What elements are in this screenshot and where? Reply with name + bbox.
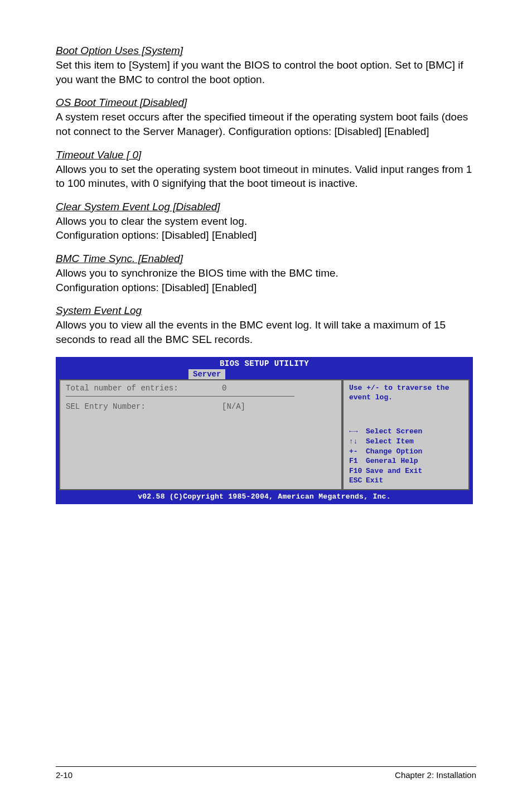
bios-left-panel: Total number of entries: 0 SEL Entry Num…	[59, 379, 342, 490]
section-body: A system reset occurs after the specifie…	[56, 110, 476, 138]
key-desc: Select Item	[366, 437, 414, 446]
key-f10: F10	[349, 466, 366, 476]
section-title: OS Boot Timeout [Disabled]	[56, 96, 476, 109]
bios-outer: BIOS SETUP UTILITY Server Total number o…	[56, 357, 473, 504]
bios-footer: v02.58 (C)Copyright 1985-2004, American …	[59, 490, 470, 501]
section-title: Clear System Event Log [Disabled]	[56, 201, 476, 213]
key-desc: Save and Exit	[366, 467, 422, 475]
key-esc: ESC	[349, 476, 366, 486]
page-number: 2-10	[56, 770, 72, 780]
page-footer: 2-10 Chapter 2: Installation	[56, 766, 476, 780]
section-system-event-log: System Event Log Allows you to view all …	[56, 305, 476, 346]
key-desc: Exit	[366, 476, 383, 485]
key-f1: F1	[349, 456, 366, 466]
section-title: Boot Option Uses [System]	[56, 45, 476, 57]
section-os-boot-timeout: OS Boot Timeout [Disabled] A system rese…	[56, 96, 476, 138]
section-body: Allows you to clear the system event log…	[56, 214, 476, 243]
total-entries-value: 0	[222, 384, 226, 393]
total-entries-label: Total number of entries:	[66, 384, 211, 393]
bios-panels: Total number of entries: 0 SEL Entry Num…	[59, 379, 470, 490]
key-arrows-lr-icon: ←→	[349, 427, 366, 437]
divider	[66, 396, 294, 397]
key-desc: General Help	[366, 457, 418, 465]
section-body: Set this item to [System] if you want th…	[56, 58, 476, 86]
bios-title: BIOS SETUP UTILITY	[59, 359, 470, 369]
bios-screenshot: BIOS SETUP UTILITY Server Total number o…	[56, 357, 473, 504]
key-plus-minus: +-	[349, 447, 366, 457]
sel-entry-value[interactable]: [N/A]	[222, 402, 245, 411]
section-bmc-time-sync: BMC Time Sync. [Enabled] Allows you to s…	[56, 253, 476, 294]
bios-tab-server[interactable]: Server	[188, 369, 225, 379]
key-arrows-ud-icon: ↑↓	[349, 437, 366, 447]
bios-tab-spacer-right	[225, 369, 470, 379]
key-desc: Change Option	[366, 447, 422, 456]
bios-right-panel: Use +/- to traverse the event log. ←→Sel…	[342, 379, 470, 490]
section-title: BMC Time Sync. [Enabled]	[56, 253, 476, 265]
section-timeout-value: Timeout Value [ 0] Allows you to set the…	[56, 149, 476, 191]
sel-entry-label: SEL Entry Number:	[66, 402, 211, 411]
section-body: Allows you to set the operating system b…	[56, 162, 476, 191]
key-desc: Select Screen	[366, 427, 422, 436]
chapter-label: Chapter 2: Installation	[395, 770, 476, 780]
bios-key-help: ←→Select Screen ↑↓Select Item +-Change O…	[349, 427, 464, 485]
section-title: Timeout Value [ 0]	[56, 149, 476, 161]
section-clear-event-log: Clear System Event Log [Disabled] Allows…	[56, 201, 476, 243]
section-title: System Event Log	[56, 305, 476, 317]
section-boot-option: Boot Option Uses [System] Set this item …	[56, 45, 476, 86]
bios-help-text: Use +/- to traverse the event log.	[349, 384, 464, 403]
section-body: Allows you to view all the events in the…	[56, 318, 476, 346]
section-body: Allows you to synchronize the BIOS time …	[56, 266, 476, 294]
bios-tab-row: Server	[59, 369, 470, 379]
bios-tab-spacer	[59, 369, 188, 379]
